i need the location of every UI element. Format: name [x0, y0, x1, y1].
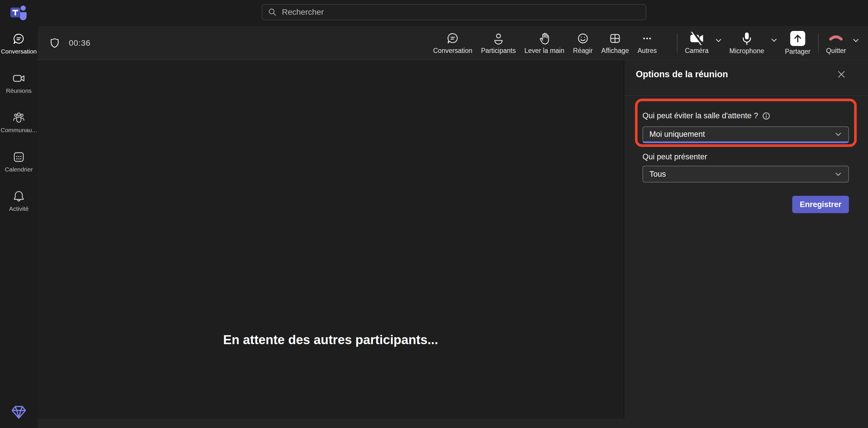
save-button[interactable]: Enregistrer: [792, 196, 849, 213]
chat-icon: [446, 32, 460, 45]
presenter-dropdown[interactable]: Tous: [643, 166, 849, 182]
teams-logo-icon: [8, 3, 29, 22]
meeting-stage: En attente des autres participants...: [38, 60, 624, 419]
panel-header-divider: [624, 95, 868, 96]
chevron-down-icon: [834, 130, 842, 138]
sidebar-item-communautes[interactable]: Communau...: [0, 111, 38, 133]
leave-options-chevron[interactable]: [852, 32, 859, 44]
sidebar-item-label: Activité: [9, 205, 29, 212]
more-options-button[interactable]: [823, 3, 846, 22]
toolbar-button-react[interactable]: Réagir: [573, 32, 593, 55]
search-input[interactable]: [282, 7, 640, 17]
sidebar-item-reunions[interactable]: Réunions: [0, 72, 38, 94]
search-icon: [268, 8, 277, 17]
toolbar-button-view[interactable]: Affichage: [601, 32, 629, 55]
sidebar-item-label: Conversation: [1, 48, 37, 55]
hang-up-icon: [827, 32, 844, 45]
lobby-field-label: Qui peut éviter la salle d'attente ?: [643, 111, 770, 120]
close-icon: [837, 70, 846, 79]
share-button[interactable]: Partager: [785, 31, 810, 56]
share-screen-icon: [790, 31, 805, 46]
toolbar-button-raise-hand[interactable]: Lever la main: [525, 32, 564, 55]
search-bar[interactable]: [262, 4, 646, 20]
community-icon: [12, 111, 26, 124]
camera-button[interactable]: Caméra: [685, 32, 709, 55]
smiley-icon: [576, 32, 590, 45]
toolbar-divider: [818, 34, 818, 53]
close-panel-button[interactable]: [834, 67, 849, 82]
info-icon[interactable]: [762, 112, 770, 120]
meeting-timer: 00:36: [69, 38, 91, 48]
toolbar-button-participants[interactable]: Participants: [481, 32, 516, 55]
microphone-button[interactable]: Microphone: [730, 32, 764, 55]
toolbar-button-more[interactable]: Autres: [638, 32, 657, 55]
sidebar-item-label: Communau...: [1, 127, 37, 133]
toolbar-button-conversation[interactable]: Conversation: [433, 32, 472, 55]
ellipsis-icon: [641, 32, 654, 45]
chat-icon: [12, 32, 26, 46]
raised-hand-icon: [538, 32, 551, 45]
bell-icon: [12, 190, 26, 203]
presenter-field-label: Qui peut présenter: [643, 152, 707, 161]
meeting-toolbar: 00:36 Conversation: [38, 26, 868, 60]
calendar-icon: [12, 150, 26, 164]
microphone-options-chevron[interactable]: [771, 32, 777, 44]
video-camera-icon: [12, 72, 26, 85]
person-icon: [492, 32, 505, 45]
sidebar-item-calendrier[interactable]: Calendrier: [0, 150, 38, 173]
teams-app: Conversation Réunions Communau...: [0, 0, 868, 428]
sidebar-item-label: Réunions: [6, 87, 32, 94]
sidebar-item-label: Calendrier: [5, 166, 33, 173]
toolbar-divider: [677, 34, 678, 53]
panel-title: Options de la réunion: [636, 69, 728, 80]
app-sidebar: Conversation Réunions Communau...: [0, 26, 38, 428]
gallery-icon: [608, 32, 622, 45]
shield-icon: [49, 37, 60, 49]
camera-options-chevron[interactable]: [715, 32, 722, 44]
meeting-options-panel: Options de la réunion Qui peut éviter la…: [624, 60, 868, 419]
sidebar-item-conversation[interactable]: Conversation: [0, 32, 38, 55]
microphone-icon: [740, 32, 753, 45]
meeting-window: 00:36 Conversation: [38, 26, 868, 419]
waiting-message: En attente des autres participants...: [38, 333, 624, 347]
sidebar-item-activite[interactable]: Activité: [0, 190, 38, 212]
gem-icon[interactable]: [10, 404, 27, 420]
title-bar: [0, 0, 868, 26]
camera-off-icon: [689, 32, 705, 45]
leave-button[interactable]: Quitter: [826, 32, 846, 55]
lobby-dropdown[interactable]: Moi uniquement: [643, 126, 849, 143]
window-bottom-edge: [38, 419, 868, 428]
chevron-down-icon: [834, 170, 842, 178]
